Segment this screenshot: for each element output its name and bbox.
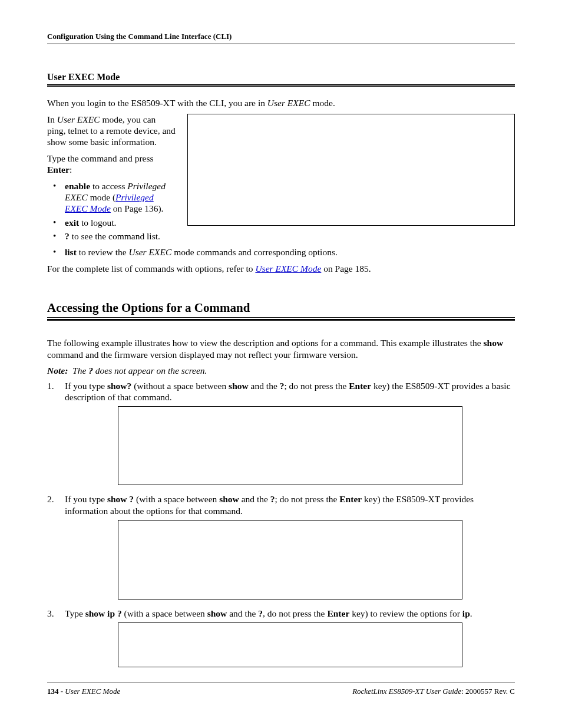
para-complete-list: For the complete list of commands with o… <box>47 263 515 274</box>
note-label: Note: <box>47 365 68 375</box>
para-example-intro: The following example illustrates how to… <box>47 337 515 360</box>
text-italic: User EXEC <box>57 114 100 124</box>
footer-rev: : 2000557 Rev. C <box>461 687 515 696</box>
rule-thin <box>47 84 515 85</box>
text-bold: show ip ? <box>85 608 122 618</box>
text: (with a space between <box>122 608 207 618</box>
text: mode ( <box>88 192 115 202</box>
text: (with a space between <box>134 494 219 504</box>
text-bold: Enter <box>339 494 362 504</box>
section-title-user-exec: User EXEC Mode <box>47 71 515 84</box>
text-bold: Enter <box>47 164 70 174</box>
text: (without a space between <box>131 381 229 391</box>
list-item-exit: exit to logout. <box>65 217 176 228</box>
text-bold: show? <box>107 381 131 391</box>
text-bold: ? <box>65 231 70 241</box>
text-bold: ? <box>258 608 263 618</box>
text-bold: exit <box>65 218 79 228</box>
text-bold: enable <box>65 181 90 191</box>
text-bolditalic: ? <box>88 365 93 375</box>
text: When you login to the ES8509-XT with the… <box>47 98 267 108</box>
footer-section: User EXEC Mode <box>65 687 120 696</box>
text: key) to review the options for <box>349 608 462 618</box>
para-user-exec-desc: In User EXEC mode, you can ping, telnet … <box>47 114 176 148</box>
list-item-enable: enable to access Privileged EXEC mode (P… <box>65 180 176 215</box>
text: For the complete list of commands with o… <box>47 263 255 274</box>
running-header: Configuration Using the Command Line Int… <box>47 32 515 44</box>
text-italic: User EXEC <box>267 98 310 108</box>
text: ; do not press the <box>284 381 349 391</box>
text-bold: Enter <box>349 381 371 391</box>
figure-box-2 <box>118 406 462 485</box>
ol-item-3: Type show ip ? (with a space between sho… <box>65 608 515 667</box>
text-bold: show <box>484 338 504 348</box>
text-bold: ip <box>462 608 470 618</box>
text: Type the command and press <box>47 153 154 163</box>
text: to see the command list. <box>70 231 160 241</box>
ol-item-1: If you type show? (without a space betwe… <box>65 380 515 486</box>
text: and the <box>249 381 280 391</box>
text: to access <box>90 181 127 191</box>
text-bold: show <box>207 608 227 618</box>
figure-box-3 <box>118 520 462 599</box>
list-item-list: list to review the User EXEC mode comman… <box>65 246 515 258</box>
text-italic: does not appear on the screen. <box>93 365 207 375</box>
text: The following example illustrates how to… <box>47 338 484 348</box>
text: command and the firmware version display… <box>47 350 358 360</box>
text: to review the <box>77 247 129 257</box>
para-login: When you login to the ES8509-XT with the… <box>47 97 515 108</box>
footer-right: RocketLinx ES8509-XT User Guide: 2000557… <box>352 687 515 696</box>
page-number: 134 - <box>47 687 65 696</box>
figure-box-4 <box>118 622 462 667</box>
text-italic: The <box>72 365 88 375</box>
rule-thick <box>47 85 515 87</box>
text-italic: User EXEC <box>128 247 171 257</box>
text-bold: Enter <box>327 608 349 618</box>
text-bold: list <box>65 247 77 257</box>
footer-guide-title: RocketLinx ES8509-XT User Guide <box>352 687 461 696</box>
text: and the <box>239 494 270 504</box>
footer-left: 134 - User EXEC Mode <box>47 687 120 696</box>
page-footer: 134 - User EXEC Mode RocketLinx ES8509-X… <box>47 683 515 696</box>
rule-thin <box>47 317 515 318</box>
text: Type <box>65 608 85 618</box>
text: to logout. <box>79 218 116 228</box>
text: In <box>47 114 57 124</box>
text-bold: show ? <box>107 494 134 504</box>
link-user-exec-mode[interactable]: User EXEC Mode <box>255 263 321 274</box>
text-bold: show <box>219 494 239 504</box>
para-type-command: Type the command and press Enter: <box>47 153 176 176</box>
text: . <box>470 608 472 618</box>
figure-box-1 <box>187 114 515 226</box>
text: on Page 185. <box>321 263 371 274</box>
text: If you type <box>65 381 107 391</box>
ol-item-2: If you type show ? (with a space between… <box>65 493 515 599</box>
text: on Page 136). <box>111 203 164 213</box>
list-item-question: ? to see the command list. <box>65 230 176 242</box>
text: , do not press the <box>263 608 327 618</box>
text: : <box>70 164 72 174</box>
text: If you type <box>65 494 107 504</box>
rule-thick <box>47 319 515 321</box>
note: Note: The ? does not appear on the scree… <box>47 365 515 376</box>
footer-rule <box>47 683 515 683</box>
text: mode. <box>310 98 335 108</box>
text: and the <box>227 608 258 618</box>
text-bold: show <box>229 381 249 391</box>
section-title-accessing-options: Accessing the Options for a Command <box>47 300 515 316</box>
text: mode commands and corresponding options. <box>171 247 338 257</box>
text: ; do not press the <box>275 494 339 504</box>
